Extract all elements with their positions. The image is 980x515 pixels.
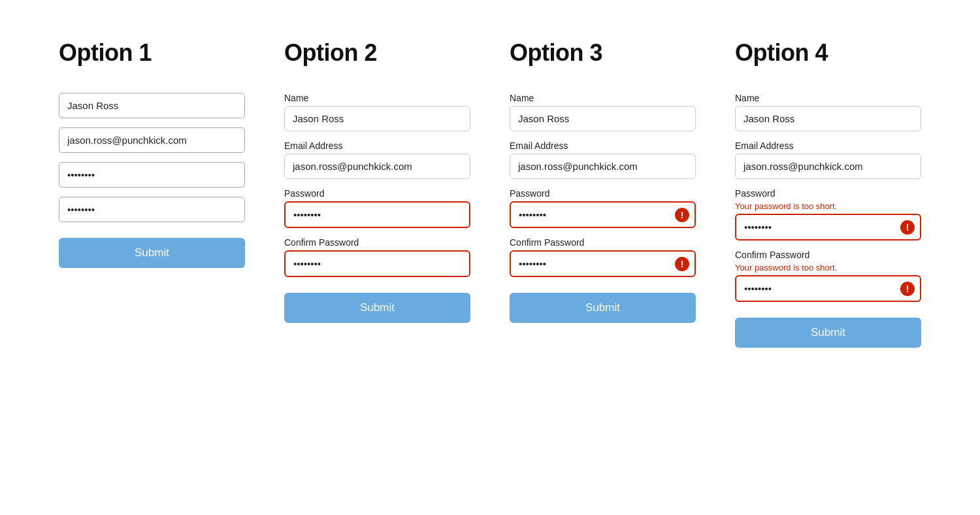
option1-title: Option 1 — [59, 39, 245, 67]
option2-password-group: Password — [284, 188, 470, 228]
option3-password-error-icon: ! — [675, 208, 689, 222]
option2-title: Option 2 — [284, 39, 470, 67]
option3-confirm-password-wrapper: ! — [510, 250, 696, 277]
option3-confirm-password-label: Confirm Password — [510, 237, 696, 248]
option2-name-input[interactable] — [284, 106, 470, 131]
option3-confirm-password-group: Confirm Password ! — [510, 237, 696, 277]
option4-password-label: Password — [735, 188, 921, 199]
option2-confirm-password-label: Confirm Password — [284, 237, 470, 248]
option3-password-input[interactable] — [510, 201, 696, 228]
option3-email-input[interactable] — [510, 154, 696, 179]
option3-password-label: Password — [510, 188, 696, 199]
option4-confirm-password-label: Confirm Password — [735, 250, 921, 260]
option3-name-input[interactable] — [510, 106, 696, 131]
option1-name-input[interactable] — [59, 93, 245, 118]
option2-email-input[interactable] — [284, 154, 470, 179]
option3-password-group: Password ! — [510, 188, 696, 228]
option4-confirm-password-input[interactable] — [735, 275, 921, 302]
option1-confirm-password-input[interactable] — [59, 197, 245, 222]
option3-password-wrapper: ! — [510, 201, 696, 228]
option1-submit-group: Submit — [59, 231, 245, 268]
option3-title: Option 3 — [510, 39, 696, 67]
option3-confirm-password-error-icon: ! — [675, 257, 689, 271]
option4-column: Option 4 Name Email Address Password You… — [715, 39, 941, 357]
option2-password-label: Password — [284, 188, 470, 199]
option2-email-label: Email Address — [284, 141, 470, 151]
option4-submit-button[interactable]: Submit — [735, 318, 921, 348]
option4-password-wrapper: ! — [735, 214, 921, 241]
option1-password-input[interactable] — [59, 162, 245, 188]
option2-confirm-password-input[interactable] — [284, 250, 470, 277]
option4-confirm-password-error-icon: ! — [900, 282, 915, 296]
option4-confirm-password-error-text: Your password is too short. — [735, 263, 921, 273]
option1-column: Option 1 Submit — [39, 39, 265, 357]
option1-name-group — [59, 93, 245, 118]
option2-name-group: Name — [284, 93, 470, 131]
option3-submit-group: Submit — [510, 286, 696, 323]
option2-password-input[interactable] — [284, 201, 470, 228]
option4-confirm-password-group: Confirm Password Your password is too sh… — [735, 250, 921, 302]
option4-name-group: Name — [735, 93, 921, 131]
option3-name-label: Name — [510, 93, 696, 103]
option3-email-label: Email Address — [510, 141, 696, 151]
option2-password-wrapper — [284, 201, 470, 228]
option4-email-input[interactable] — [735, 154, 921, 179]
option3-confirm-password-input[interactable] — [510, 250, 696, 277]
option2-name-label: Name — [284, 93, 470, 103]
page-container: Option 1 Submit Option 2 Name Email Addr… — [39, 39, 941, 357]
option4-name-label: Name — [735, 93, 921, 103]
option2-column: Option 2 Name Email Address Password Con… — [265, 39, 490, 357]
option2-submit-button[interactable]: Submit — [284, 293, 470, 323]
option4-email-group: Email Address — [735, 141, 921, 179]
option2-submit-group: Submit — [284, 286, 470, 323]
option2-confirm-password-wrapper — [284, 250, 470, 277]
option4-password-group: Password Your password is too short. ! — [735, 188, 921, 241]
option3-email-group: Email Address — [510, 141, 696, 179]
option3-name-group: Name — [510, 93, 696, 131]
option3-submit-button[interactable]: Submit — [510, 293, 696, 323]
option4-name-input[interactable] — [735, 106, 921, 131]
option1-email-group — [59, 127, 245, 153]
option4-password-error-icon: ! — [900, 220, 915, 235]
option4-email-label: Email Address — [735, 141, 921, 151]
option4-confirm-password-wrapper: ! — [735, 275, 921, 302]
option1-email-input[interactable] — [59, 127, 245, 153]
option4-password-error-text: Your password is too short. — [735, 201, 921, 211]
option4-submit-group: Submit — [735, 311, 921, 348]
option2-confirm-password-group: Confirm Password — [284, 237, 470, 277]
option4-password-input[interactable] — [735, 214, 921, 241]
option1-password-group — [59, 162, 245, 188]
option3-column: Option 3 Name Email Address Password ! C… — [490, 39, 715, 357]
option1-confirm-password-group — [59, 197, 245, 222]
option4-title: Option 4 — [735, 39, 921, 67]
option1-submit-button[interactable]: Submit — [59, 238, 245, 268]
option2-email-group: Email Address — [284, 141, 470, 179]
